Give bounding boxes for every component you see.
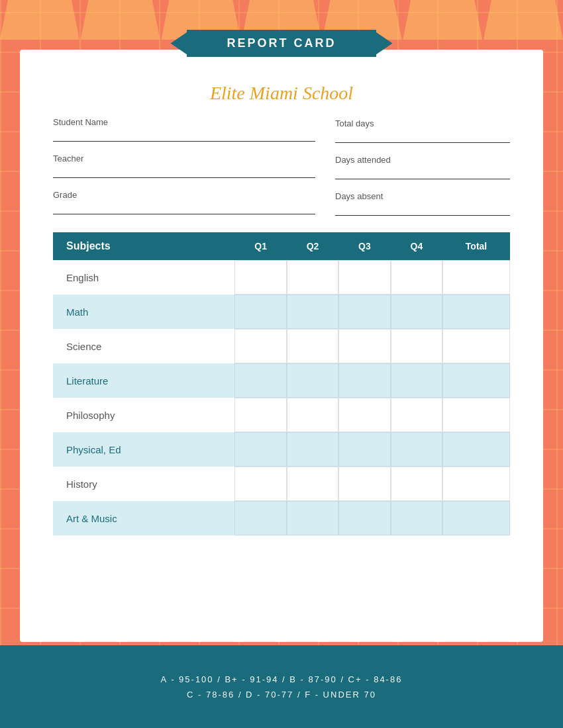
q4-cell (391, 329, 442, 363)
subject-cell: History (53, 467, 234, 501)
scale-line-2: C - 78-86 / D - 70-77 / F - UNDER 70 (187, 690, 376, 700)
subject-cell: Science (53, 329, 234, 363)
subject-cell: English (53, 260, 234, 295)
q1-cell (234, 329, 286, 363)
teacher-label: Teacher (53, 154, 315, 163)
q3-cell (338, 501, 390, 535)
total-cell (442, 363, 510, 398)
student-name-label: Student Name (53, 117, 315, 127)
q3-header: Q3 (338, 232, 390, 260)
table-row: History (53, 467, 510, 501)
q3-cell (338, 398, 390, 432)
teacher-field: Teacher (53, 154, 315, 178)
days-attended-line (335, 166, 510, 179)
q2-cell (287, 329, 338, 363)
grade-table: Subjects Q1 Q2 Q3 Q4 Total EnglishMathSc… (53, 232, 510, 535)
table-row: Science (53, 329, 510, 363)
q4-cell (391, 398, 442, 432)
q4-cell (391, 260, 442, 295)
total-days-line (335, 130, 510, 143)
q1-cell (234, 398, 286, 432)
q2-cell (287, 295, 338, 329)
total-cell (442, 329, 510, 363)
total-cell (442, 398, 510, 432)
report-card-banner: REPORT CARD (187, 30, 376, 57)
q4-cell (391, 467, 442, 501)
subject-cell: Philosophy (53, 398, 234, 432)
q4-cell (391, 295, 442, 329)
q3-cell (338, 363, 390, 398)
total-cell (442, 295, 510, 329)
card-content: Elite Miami School Student Name Teacher … (20, 69, 543, 549)
table-row: Math (53, 295, 510, 329)
q2-cell (287, 501, 338, 535)
q1-cell (234, 363, 286, 398)
report-card: Elite Miami School Student Name Teacher … (20, 50, 543, 642)
subject-cell: Literature (53, 363, 234, 398)
q2-cell (287, 398, 338, 432)
total-cell (442, 260, 510, 295)
subject-cell: Math (53, 295, 234, 329)
q2-cell (287, 363, 338, 398)
banner-label: REPORT CARD (227, 36, 336, 50)
school-name: Elite Miami School (53, 83, 510, 104)
banner-container: REPORT CARD (0, 30, 563, 57)
total-days-label: Total days (335, 118, 510, 128)
table-row: Art & Music (53, 501, 510, 535)
q4-cell (391, 501, 442, 535)
total-cell (442, 501, 510, 535)
total-days-field: Total days (335, 118, 510, 143)
table-header-row: Subjects Q1 Q2 Q3 Q4 Total (53, 232, 510, 260)
q4-cell (391, 432, 442, 467)
q2-cell (287, 467, 338, 501)
q3-cell (338, 467, 390, 501)
subject-cell: Physical, Ed (53, 432, 234, 467)
teacher-line (53, 165, 315, 178)
q2-cell (287, 260, 338, 295)
q3-cell (338, 295, 390, 329)
days-attended-label: Days attended (335, 155, 510, 165)
grade-field: Grade (53, 190, 315, 214)
table-row: Philosophy (53, 398, 510, 432)
subject-cell: Art & Music (53, 501, 234, 535)
days-absent-field: Days absent (335, 191, 510, 216)
subjects-header: Subjects (53, 232, 234, 260)
student-name-field: Student Name (53, 117, 315, 142)
grade-label: Grade (53, 190, 315, 200)
student-name-line (53, 128, 315, 142)
q1-cell (234, 467, 286, 501)
total-cell (442, 467, 510, 501)
table-row: English (53, 260, 510, 295)
days-attended-field: Days attended (335, 155, 510, 179)
info-right: Total days Days attended Days absent (335, 117, 510, 216)
table-row: Physical, Ed (53, 432, 510, 467)
q4-cell (391, 363, 442, 398)
grading-scale: A - 95-100 / B+ - 91-94 / B - 87-90 / C+… (0, 645, 563, 728)
q1-cell (234, 260, 286, 295)
table-row: Literature (53, 363, 510, 398)
q3-cell (338, 260, 390, 295)
q2-cell (287, 432, 338, 467)
total-cell (442, 432, 510, 467)
q4-header: Q4 (391, 232, 442, 260)
q1-header: Q1 (234, 232, 286, 260)
info-section: Student Name Teacher Grade Total days (53, 117, 510, 216)
scale-line-1: A - 95-100 / B+ - 91-94 / B - 87-90 / C+… (161, 674, 403, 684)
q2-header: Q2 (287, 232, 338, 260)
q1-cell (234, 501, 286, 535)
days-absent-label: Days absent (335, 191, 510, 201)
q1-cell (234, 295, 286, 329)
grade-line (53, 201, 315, 214)
q3-cell (338, 432, 390, 467)
total-header: Total (442, 232, 510, 260)
info-left: Student Name Teacher Grade (53, 117, 315, 216)
q1-cell (234, 432, 286, 467)
days-absent-line (335, 203, 510, 216)
q3-cell (338, 329, 390, 363)
